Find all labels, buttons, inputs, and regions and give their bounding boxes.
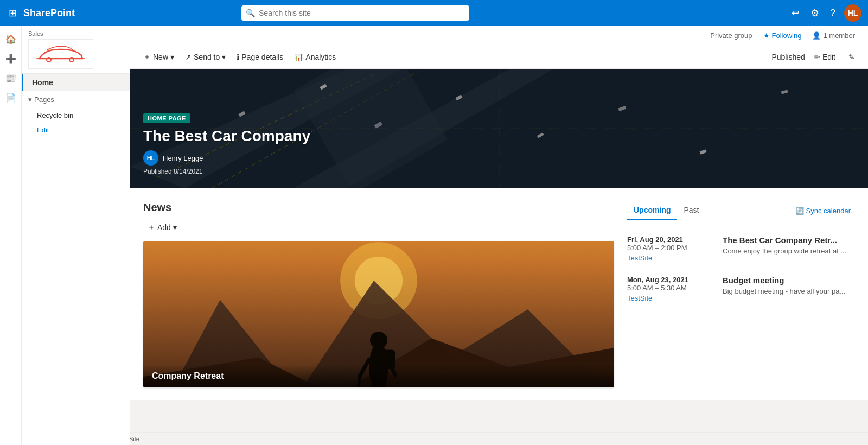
event-1-title: The Best Car Company Retr... xyxy=(723,236,855,245)
site-info-row: Private group ★ Following 👤 1 member xyxy=(130,26,868,45)
add-plus-icon: ＋ xyxy=(148,223,155,232)
waffle-icon[interactable]: ⊞ xyxy=(7,5,19,21)
page-details-button[interactable]: ℹ Page details xyxy=(232,50,288,63)
edit-pencil-button[interactable]: ✎ xyxy=(844,50,859,63)
sync-calendar-label: Sync calendar xyxy=(806,207,851,215)
event-1-site-link[interactable]: TestSite xyxy=(627,254,714,262)
hero-author-avatar: HL xyxy=(143,150,158,166)
site-navigation: Sales Home ▾ Pages Recycle bin Edit xyxy=(22,26,130,445)
analytics-icon: 📊 xyxy=(294,53,303,61)
news-card-image: Company Retreat xyxy=(143,241,614,387)
left-sidebar: 🏠 ➕ 📰 📄 xyxy=(0,26,22,445)
add-chevron-icon: ▾ xyxy=(173,223,177,232)
documents-icon[interactable]: 📄 xyxy=(2,89,20,106)
new-label: New xyxy=(153,53,168,61)
star-icon: ★ xyxy=(763,31,770,40)
new-chevron-icon: ▾ xyxy=(170,53,174,61)
site-logo-label: Sales xyxy=(28,30,123,37)
pencil-icon: ✎ xyxy=(848,53,855,61)
page-details-label: Page details xyxy=(241,53,283,61)
edit-icon: ✏ xyxy=(814,53,820,61)
chevron-down-icon: ▾ xyxy=(28,96,32,104)
event-2-time: 5:00 AM – 5:30 AM xyxy=(627,284,714,292)
person-icon: 👤 xyxy=(812,31,821,40)
sync-calendar-button[interactable]: 🔄 Sync calendar xyxy=(791,205,855,217)
add-label: Add xyxy=(157,223,171,232)
hero-section: HOME PAGE The Best Car Company HL Henry … xyxy=(130,69,868,188)
private-group-label: Private group xyxy=(710,31,752,40)
add-site-icon[interactable]: ➕ xyxy=(2,50,20,67)
nav-section-label: Pages xyxy=(34,96,54,104)
nav-section-pages[interactable]: ▾ Pages xyxy=(22,91,130,108)
nav-subitem-recycle[interactable]: Recycle bin xyxy=(22,108,130,123)
nav-link-edit[interactable]: Edit xyxy=(22,123,130,137)
news-section: News ＋ Add ▾ xyxy=(143,201,614,387)
event-1-date: Fri, Aug 20, 2021 xyxy=(627,236,714,244)
hero-title: The Best Car Company xyxy=(143,128,310,145)
add-news-button[interactable]: ＋ Add ▾ xyxy=(143,220,181,234)
edit-button[interactable]: ✏ Edit xyxy=(809,50,840,63)
plus-icon: ＋ xyxy=(143,52,151,62)
site-logo-area: Sales xyxy=(22,26,130,74)
page-command-bar: ＋ New ▾ ↗ Send to ▾ ℹ Page details 📊 Ana… xyxy=(130,45,868,69)
following-label: Following xyxy=(772,31,802,40)
hero-author-name: Henry Legge xyxy=(163,154,203,162)
news-card-title: Company Retreat xyxy=(143,365,614,387)
news-section-title: News xyxy=(143,201,614,214)
top-navigation: ⊞ SharePoint 🔍 ↩ ⚙ ? HL xyxy=(0,0,868,26)
event-2-title: Budget meeting xyxy=(723,276,855,285)
search-icon: 🔍 xyxy=(246,9,255,17)
status-bar: https://citizenbuilders.sharepoint.com/s… xyxy=(0,432,868,445)
site-logo-image xyxy=(28,39,93,69)
app-title: SharePoint xyxy=(23,8,75,19)
info-icon: ℹ xyxy=(237,53,239,61)
event-item-1: Fri, Aug 20, 2021 5:00 AM – 2:00 PM Test… xyxy=(627,229,855,269)
feed-icon[interactable]: 📰 xyxy=(2,69,20,87)
members-count: 1 member xyxy=(823,31,855,40)
events-tabs: Upcoming Past 🔄 Sync calendar xyxy=(627,201,855,220)
edit-label: Edit xyxy=(822,53,835,61)
settings-icon[interactable]: ⚙ xyxy=(808,5,821,21)
past-tab[interactable]: Past xyxy=(677,201,705,220)
event-date-col-1: Fri, Aug 20, 2021 5:00 AM – 2:00 PM Test… xyxy=(627,236,714,262)
event-detail-col-2: Budget meeting Big budget meeting - have… xyxy=(723,276,855,302)
user-avatar[interactable]: HL xyxy=(844,4,861,22)
back-icon[interactable]: ↩ xyxy=(789,5,802,21)
event-2-site-link[interactable]: TestSite xyxy=(627,294,714,302)
hero-content: HOME PAGE The Best Car Company HL Henry … xyxy=(143,113,310,175)
nav-item-home[interactable]: Home xyxy=(22,74,130,91)
following-button[interactable]: ★ Following xyxy=(761,30,804,41)
hero-badge: HOME PAGE xyxy=(143,113,190,123)
content-area: News ＋ Add ▾ xyxy=(130,188,868,400)
help-icon[interactable]: ? xyxy=(828,5,838,21)
cmd-bar-right: Published ✏ Edit ✎ xyxy=(771,50,859,63)
event-2-date: Mon, Aug 23, 2021 xyxy=(627,276,714,284)
hero-author: HL Henry Legge xyxy=(143,150,310,166)
upcoming-tab[interactable]: Upcoming xyxy=(627,201,677,220)
send-chevron-icon: ▾ xyxy=(222,53,226,61)
hero-published-date: Published 8/14/2021 xyxy=(143,168,310,175)
news-card[interactable]: Company Retreat xyxy=(143,241,614,387)
event-date-col-2: Mon, Aug 23, 2021 5:00 AM – 5:30 AM Test… xyxy=(627,276,714,302)
event-1-description: Come enjoy the group wide retreat at ... xyxy=(723,247,855,255)
send-to-button[interactable]: ↗ Send to ▾ xyxy=(181,50,230,63)
event-2-description: Big budget meeting - have all your pa... xyxy=(723,287,855,295)
analytics-label: Analytics xyxy=(305,53,336,61)
search-input[interactable] xyxy=(241,5,469,21)
top-nav-right: ↩ ⚙ ? HL xyxy=(789,4,861,22)
event-detail-col-1: The Best Car Company Retr... Come enjoy … xyxy=(723,236,855,262)
members-info: 👤 1 member xyxy=(812,31,855,40)
car-logo-svg xyxy=(34,43,88,65)
events-section: Upcoming Past 🔄 Sync calendar Fri, Aug 2… xyxy=(627,201,855,387)
search-bar: 🔍 xyxy=(241,5,469,21)
home-icon[interactable]: 🏠 xyxy=(2,30,20,48)
published-status: Published xyxy=(771,53,805,61)
sync-icon: 🔄 xyxy=(795,207,804,215)
new-button[interactable]: ＋ New ▾ xyxy=(139,50,178,64)
svg-point-27 xyxy=(370,332,387,349)
main-content: Private group ★ Following 👤 1 member ＋ N… xyxy=(130,26,868,445)
event-1-time: 5:00 AM – 2:00 PM xyxy=(627,244,714,252)
send-icon: ↗ xyxy=(185,53,192,61)
send-to-label: Send to xyxy=(194,53,220,61)
analytics-button[interactable]: 📊 Analytics xyxy=(290,50,340,63)
